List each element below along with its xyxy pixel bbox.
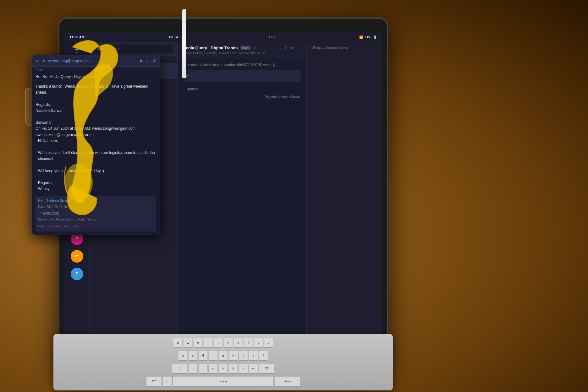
key-e[interactable]: e: [194, 338, 202, 348]
status-bar: 11:23 AM Fri 14 Jun 📶 11% 🔋: [64, 32, 382, 42]
back-arrow-icon[interactable]: ↩: [36, 58, 39, 63]
compose-quote-attribution: On Fri, 14 Jun 2024 at 11:22 AM, wensi.z…: [36, 126, 156, 138]
id-text: ...my national identification number (69…: [183, 62, 301, 68]
key-t[interactable]: t: [214, 338, 223, 348]
compose-quoted-block: From: Nadeem Sarwar Date: 2024-06-13 19:…: [36, 196, 156, 231]
key-w[interactable]: w: [184, 338, 192, 348]
key-a[interactable]: a: [179, 351, 187, 361]
email-search-input[interactable]: [93, 45, 173, 53]
dot1: [269, 36, 270, 38]
email-search-bar: [90, 42, 177, 56]
keyboard[interactable]: q w e r t y u i o p a s d f g h j k l ⇧ …: [53, 334, 393, 390]
key-123[interactable]: 123: [146, 377, 162, 387]
status-time: 11:23 AM: [69, 35, 85, 39]
email-preview: ...igital Trends, a leading US-based tec…: [183, 52, 301, 55]
key-d[interactable]: d: [199, 351, 207, 361]
compose-from-row: From:: [32, 67, 160, 73]
key-space[interactable]: space: [173, 377, 273, 387]
quoted-to-link: wensi.zeng: [43, 211, 59, 215]
compose-more-button[interactable]: ···: [146, 58, 150, 64]
dot2: [271, 36, 272, 38]
reply-header-icon[interactable]: ↩: [291, 45, 294, 50]
regards-preview: Regards,Nadeem Sarwar: [183, 93, 301, 101]
compose-regards-wency: Regards,Wency: [36, 180, 156, 192]
rp-preview: ...Regards,Nadeem Sarwar: [310, 46, 378, 49]
key-k[interactable]: k: [249, 351, 258, 361]
keyboard-row-4: 123 ☺ space return: [146, 377, 300, 387]
reply-icon-area: ↩ ···: [183, 70, 301, 82]
compose-subject-row: Re: Re: Media Query : Digital Trends: [32, 73, 160, 80]
quoted-from: From: Nadeem Sarwar: [38, 198, 154, 203]
compose-header: ↩ ▼ wensi.zeng@esrgear.com ➤ ··· ✕: [32, 55, 160, 67]
key-s[interactable]: s: [189, 351, 197, 361]
compose-regards: Regards,Nadeem Sarwar: [36, 102, 156, 114]
shipment-area: ...ipment...: [183, 84, 301, 94]
right-panel-content: ...Regards,Nadeem Sarwar: [310, 46, 378, 49]
compose-overlay: ↩ ▼ wensi.zeng@esrgear.com ➤ ··· ✕ From:…: [31, 55, 160, 235]
key-n[interactable]: n: [239, 364, 248, 374]
key-j[interactable]: j: [239, 351, 248, 361]
quoted-body-preview: Hey... ve never b... th c... Tha...: [38, 224, 154, 229]
quoted-from-link: Nadeem Sarwar: [47, 199, 70, 202]
key-r[interactable]: r: [204, 338, 212, 348]
key-u[interactable]: u: [234, 338, 243, 348]
key-p[interactable]: p: [264, 338, 273, 348]
email-detail-title: Media Query : Digital Trends: [183, 46, 238, 50]
key-c[interactable]: c: [209, 364, 217, 374]
wifi-icon: 📶: [359, 35, 363, 39]
down-arrow-recipient[interactable]: ▼: [42, 59, 46, 63]
key-l[interactable]: l: [259, 351, 268, 361]
key-v[interactable]: v: [219, 364, 228, 374]
battery-text: 11%: [365, 35, 371, 39]
key-y[interactable]: y: [224, 338, 233, 348]
quoted-subject: Subject: Re: Media Query : Digital Trend…: [38, 217, 154, 222]
compose-hi-nadeem: Hi Nadeem,: [36, 138, 156, 144]
email-detail-panel: Media Query : Digital Trends Inbox » ☆ ↩…: [178, 42, 306, 365]
email-detail-header: Media Query : Digital Trends Inbox » ☆ ↩…: [178, 42, 306, 58]
compose-subject-text: Re: Re: Media Query : Digital Trends: [36, 74, 97, 79]
compose-close-button[interactable]: ✕: [152, 58, 156, 64]
compose-well-received: Well received. I will share the info wit…: [36, 150, 156, 162]
right-panel: ...Regards,Nadeem Sarwar: [306, 42, 382, 365]
key-o[interactable]: o: [254, 338, 263, 348]
key-f[interactable]: f: [209, 351, 217, 361]
key-g[interactable]: g: [219, 351, 228, 361]
recipient-email: wensi.zeng@esrgear.com: [48, 59, 91, 63]
key-z[interactable]: z: [189, 364, 197, 374]
top-dots: [267, 36, 277, 38]
star-icon[interactable]: ☆: [283, 45, 288, 50]
key-emoji[interactable]: ☺: [163, 377, 172, 387]
inbox-badge: Inbox: [240, 46, 251, 50]
key-x[interactable]: x: [199, 364, 207, 374]
compose-keep-informed: Will keep you informed. Happy Friday :): [36, 168, 156, 174]
from-label: From:: [36, 68, 45, 72]
sidebar-avatar-t[interactable]: T: [71, 268, 83, 280]
apple-pencil: [182, 9, 186, 78]
key-return[interactable]: return: [275, 377, 300, 387]
quoted-subject-value: Re: Media Query : Digital Trends: [50, 218, 96, 221]
key-h[interactable]: h: [229, 351, 238, 361]
sidebar-avatar-et[interactable]: ET: [71, 250, 83, 263]
compose-thanks-line: Thanks a bunch, Wensi, for your kind ass…: [36, 84, 156, 95]
forward-arrow: »: [254, 46, 256, 50]
key-backspace[interactable]: ⌫: [259, 364, 274, 374]
compose-header-right: ➤ ··· ✕: [139, 58, 156, 64]
key-i[interactable]: i: [244, 338, 253, 348]
status-right: 📶 11% 🔋: [359, 35, 377, 39]
keyboard-row-1: q w e r t y u i o p: [173, 338, 273, 348]
keyboard-row-2: a s d f g h j k l: [179, 351, 268, 361]
compose-body[interactable]: Thanks a bunch, Wensi, for your kind ass…: [32, 80, 160, 235]
key-b[interactable]: b: [229, 364, 238, 374]
compose-sarwan: Sarwan b: [36, 120, 156, 126]
email-body: ...my national identification number (69…: [178, 58, 306, 354]
send-button[interactable]: ➤: [139, 58, 143, 64]
key-m[interactable]: m: [249, 364, 258, 374]
battery-icon: 🔋: [373, 35, 377, 39]
more-header-icon[interactable]: ···: [298, 45, 301, 50]
keyboard-row-3: ⇧ z x c v b n m ⌫: [172, 364, 274, 374]
quoted-date-value: 2024-06-13 19:34: [47, 205, 71, 209]
wensi-name: Wensi: [64, 84, 75, 89]
quoted-to: To: wensi.zeng: [38, 211, 154, 216]
key-shift[interactable]: ⇧: [172, 364, 187, 374]
key-q[interactable]: q: [173, 338, 182, 348]
